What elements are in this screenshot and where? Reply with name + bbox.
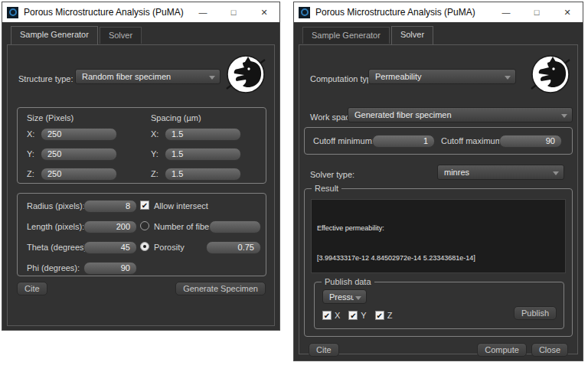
phi-input[interactable]: 90 [83, 262, 137, 275]
tab-bar: Sample Generator Solver [11, 26, 142, 44]
sample-generator-pane: Structure type: Random fiber specimen Si… [7, 44, 275, 326]
sample-generator-window: Porous Microstructure Analysis (PuMA) — … [2, 2, 280, 331]
tab-solver[interactable]: Solver [391, 26, 433, 44]
chevron-down-icon [355, 296, 361, 300]
puma-panther-logo [530, 54, 571, 95]
porosity-input[interactable]: 0.75 [206, 241, 261, 254]
spacing-z-input[interactable]: 1.5 [165, 168, 241, 181]
size-y-label: Y: [27, 149, 34, 158]
cite-button[interactable]: Cite [309, 343, 339, 357]
cite-button[interactable]: Cite [17, 282, 47, 295]
porosity-label: Porosity [154, 243, 185, 252]
size-y-input[interactable]: 250 [41, 148, 117, 161]
puma-panther-logo [225, 54, 266, 95]
result-group: Result Effective permeability: [3.994333… [304, 188, 573, 337]
cutoff-maximum-label: Cutoff maximum: [441, 136, 505, 145]
maximize-button[interactable]: □ [218, 2, 249, 22]
length-input[interactable]: 200 [83, 220, 137, 233]
solver-pane: Computation type: Permeability Work spac… [299, 44, 578, 354]
size-x-label: X: [27, 129, 34, 139]
publish-data-group-title: Publish data [322, 277, 374, 286]
structure-type-select[interactable]: Random fiber specimen [75, 69, 220, 84]
app-icon [299, 7, 310, 18]
app-icon [7, 7, 18, 18]
publish-button[interactable]: Publish [514, 306, 557, 320]
chevron-down-icon [505, 76, 511, 80]
axis-x-label: X [335, 311, 340, 320]
generate-specimen-button[interactable]: Generate Specimen [175, 282, 266, 295]
length-label: Length (pixels): [27, 222, 84, 231]
axis-z-checkbox[interactable]: ✔ [375, 311, 384, 320]
radius-input[interactable]: 8 [83, 200, 137, 213]
tab-sample-generator[interactable]: Sample Generator [302, 27, 390, 44]
work-space-select[interactable]: Generated fiber specimen [348, 107, 573, 122]
titlebar: Porous Microstructure Analysis (PuMA) — … [2, 2, 279, 22]
titlebar: Porous Microstructure Analysis (PuMA) — … [294, 2, 583, 22]
chevron-down-icon [553, 171, 559, 175]
chevron-down-icon [561, 114, 567, 118]
spacing-z-label: Z: [151, 169, 158, 178]
tab-sample-generator[interactable]: Sample Generator [11, 26, 98, 44]
minimize-button[interactable]: — [491, 2, 521, 22]
cutoff-group: Cutoff minimum: 1 Cutoff maximum: 90 [304, 127, 573, 155]
tab-solver[interactable]: Solver [100, 27, 142, 44]
size-z-input[interactable]: 250 [41, 168, 117, 181]
axis-checkboxes: ✔X ✔Y ✔Z [322, 311, 392, 320]
solver-window: Porous Microstructure Analysis (PuMA) — … [293, 2, 583, 361]
cutoff-maximum-input[interactable]: 90 [499, 135, 562, 148]
spacing-x-input[interactable]: 1.5 [165, 128, 241, 141]
structure-type-label: Structure type: [18, 74, 74, 83]
radius-label: Radius (pixels): [27, 201, 85, 210]
minimize-button[interactable]: — [188, 2, 218, 22]
bottom-button-row: Cite Compute Close [309, 343, 568, 357]
close-button[interactable]: ✕ [552, 2, 583, 22]
axis-x-checkbox[interactable]: ✔ [322, 311, 332, 320]
close-dialog-button[interactable]: Close [531, 343, 568, 357]
compute-button[interactable]: Compute [477, 343, 527, 357]
result-output: Effective permeability: [3.99433317e-12 … [311, 199, 566, 273]
window-title: Porous Microstructure Analysis (PuMA) [24, 7, 184, 18]
solver-type-select[interactable]: minres [437, 165, 564, 180]
spacing-x-label: X: [151, 129, 158, 139]
solver-type-label: Solver type: [310, 170, 354, 179]
axis-y-label: Y [361, 311, 366, 320]
number-of-fibers-label: Number of fibers [154, 222, 216, 231]
axis-z-label: Z [387, 311, 393, 320]
spacing-y-label: Y: [151, 149, 158, 158]
cutoff-minimum-input[interactable]: 1 [372, 135, 435, 148]
size-z-label: Z: [27, 169, 34, 178]
result-group-title: Result [312, 184, 341, 193]
axis-y-checkbox[interactable]: ✔ [348, 311, 358, 320]
publish-data-group: Publish data Pressure ✔X ✔Y ✔Z Publish [314, 282, 564, 329]
number-of-fibers-input[interactable] [209, 220, 261, 233]
theta-label: Theta (degrees): [27, 243, 89, 252]
publish-data-select[interactable]: Pressure [322, 289, 367, 304]
spacing-y-input[interactable]: 1.5 [165, 148, 241, 161]
theta-input[interactable]: 45 [83, 241, 137, 254]
size-column-title: Size (Pixels) [27, 113, 74, 122]
allow-intersect-label: Allow intersect [154, 201, 208, 210]
porosity-radio[interactable] [140, 242, 149, 251]
size-x-input[interactable]: 250 [41, 128, 117, 141]
spacing-column-title: Spacing (µm) [151, 113, 201, 122]
size-spacing-group: Size (Pixels) Spacing (µm) X: 250 Y: 250… [17, 107, 266, 184]
number-of-fibers-radio[interactable] [140, 221, 149, 230]
close-button[interactable]: ✕ [249, 2, 279, 22]
tab-bar: Sample Generator Solver [302, 26, 433, 44]
chevron-down-icon [209, 76, 215, 80]
maximize-button[interactable]: □ [521, 2, 552, 22]
fiber-params-group: Radius (pixels): 8 ✔ Allow intersect Len… [17, 193, 266, 276]
allow-intersect-checkbox[interactable]: ✔ [140, 201, 149, 210]
cutoff-minimum-label: Cutoff minimum: [313, 136, 374, 145]
window-title: Porous Microstructure Analysis (PuMA) [315, 7, 475, 18]
phi-label: Phi (degrees): [27, 263, 80, 272]
computation-type-select[interactable]: Permeability [368, 69, 516, 84]
